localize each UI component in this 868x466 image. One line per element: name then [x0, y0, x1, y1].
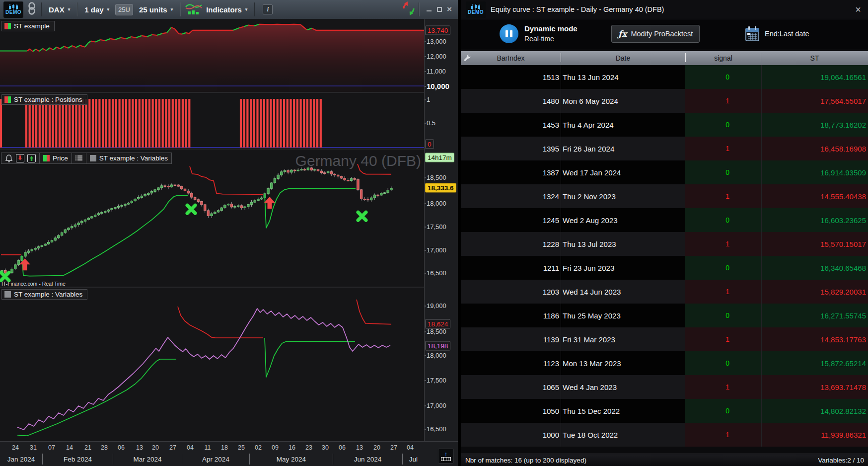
pause-button[interactable] [500, 24, 518, 43]
sell-order-icon[interactable] [16, 154, 24, 162]
equity-list-window: DEMO Equity curve : ST example - Daily -… [461, 0, 868, 466]
instrument-select[interactable]: DAX▾ [45, 5, 74, 14]
table-row[interactable]: 1324Thu 2 Nov 2023114,555.40438 [461, 184, 868, 208]
table-cell: Thu 2 Nov 2023 [561, 184, 685, 208]
demo-logo: DEMO [466, 1, 486, 18]
table-cell: 1 [685, 423, 761, 447]
axis-label: 18,500 [427, 328, 446, 335]
table-cell: 1000 [461, 423, 561, 447]
axis-label: 13,740 [425, 26, 450, 35]
mode-subtitle: Real-time [524, 35, 554, 43]
wrench-icon[interactable] [463, 54, 472, 64]
table-row[interactable]: 1211Fri 23 Jun 2023016,340.65468 [461, 256, 868, 280]
table-cell: 16,603.23625 [761, 208, 868, 232]
price-settings-list[interactable] [72, 153, 86, 164]
table-cell: 0 [685, 65, 761, 89]
positions-panel-label[interactable]: ST example : Positions [1, 94, 87, 105]
table-row[interactable]: 1065Wed 4 Jan 2023113,693.71478 [461, 375, 868, 399]
table-row[interactable]: 1228Thu 13 Jul 2023115,570.15017 [461, 232, 868, 256]
day-tick-label: 25 [238, 444, 245, 451]
axis-label: 18,333.6 [425, 183, 456, 193]
mode-title: Dynamic mode [524, 24, 578, 33]
table-cell: 1211 [461, 256, 561, 280]
chart-plot-area[interactable] [0, 19, 424, 441]
table-cell: 11,939.86321 [761, 423, 868, 447]
chart-window: DEMO DAX▾ 1 day▾ 25U 25 units▾ [0, 0, 458, 466]
day-tick-label: 16 [289, 444, 295, 451]
maximize-button[interactable] [436, 6, 442, 12]
table-row[interactable]: 1000Tue 18 Oct 2022111,939.86321 [461, 423, 868, 447]
order-entry-icon[interactable]: ↑ [438, 449, 454, 464]
table-row[interactable]: 1480Mon 6 May 2024117,564.55017 [461, 89, 868, 113]
table-cell: Thu 13 Jul 2023 [561, 232, 685, 256]
table-header: BarIndex Date signal ST [461, 51, 868, 65]
price-panel-label[interactable]: Price [39, 153, 72, 164]
table-cell: 1203 [461, 280, 561, 304]
table-row[interactable]: 1513Thu 13 Jun 2024019,064.16561 [461, 65, 868, 89]
table-row[interactable]: 1139Fri 31 Mar 2023114,853.17763 [461, 327, 868, 351]
units-select[interactable]: 25 units▾ [135, 5, 177, 14]
table-cell: Thu 25 May 2023 [561, 304, 685, 327]
table-cell: Tue 18 Oct 2022 [561, 423, 685, 447]
link-instruments-icon[interactable] [27, 2, 36, 17]
table-row[interactable]: 1123Mon 13 Mar 2023015,872.65214 [461, 351, 868, 375]
column-header-barindex[interactable]: BarIndex [461, 54, 561, 62]
day-tick-label: 14 [66, 444, 73, 451]
table-cell: 18,773.16202 [761, 113, 868, 137]
axis-label: 18,000 [427, 200, 446, 207]
table-cell: Fri 31 Mar 2023 [561, 327, 685, 351]
minimize-button[interactable] [426, 6, 432, 12]
day-tick-label: 09 [272, 444, 279, 451]
buy-order-icon[interactable] [27, 154, 36, 162]
time-axis[interactable]: 2431071421280613202704111825020916233006… [0, 441, 458, 466]
table-row[interactable]: 1387Wed 17 Jan 2024016,914.93509 [461, 160, 868, 184]
matches-count-label: Nbr of matches: 16 (up to 200 displayed) [465, 457, 586, 464]
indicators-menu[interactable]: Indicators▾ [202, 5, 251, 14]
timeframe-select[interactable]: 1 day▾ [80, 5, 113, 14]
axis-label: 17,000 [427, 402, 446, 409]
table-cell: Thu 15 Dec 2022 [561, 399, 685, 423]
table-cell: 1324 [461, 184, 561, 208]
calendar-icon[interactable] [745, 26, 760, 44]
alerts-group[interactable] [1, 153, 40, 164]
table-row[interactable]: 1245Wed 2 Aug 2023016,603.23625 [461, 208, 868, 232]
table-row[interactable]: 1453Thu 4 Apr 2024018,773.16202 [461, 113, 868, 137]
variables-count-label[interactable]: Variables:2 / 10 [818, 457, 864, 464]
axis-label: 14h17m [425, 153, 454, 162]
modify-probacktest-button[interactable]: ƒx Modify ProBacktest [611, 25, 700, 43]
table-row[interactable]: 1186Thu 25 May 2023016,271.55745 [461, 304, 868, 327]
column-header-signal[interactable]: signal [685, 54, 761, 62]
axis-label: 12,000 [427, 53, 446, 60]
table-cell: 1 [685, 375, 761, 399]
chevron-down-icon: ▾ [245, 7, 248, 12]
table-cell: 14,853.17763 [761, 327, 868, 351]
variables-panel-label[interactable]: ST example : Variables [1, 289, 87, 300]
month-label: May 2024 [249, 454, 333, 465]
day-tick-label: 20 [373, 444, 380, 451]
price-variables-label[interactable]: ST example : Variables [86, 153, 172, 164]
refresh-icon[interactable] [402, 1, 416, 17]
table-cell: 15,570.15017 [761, 232, 868, 256]
price-axis[interactable]: 13,74013,00012,00011,00010,00010.5018,50… [424, 19, 458, 441]
alarm-bell-icon[interactable] [5, 155, 13, 162]
table-cell: 0 [685, 208, 761, 232]
table-row[interactable]: 1203Wed 14 Jun 2023115,829.20031 [461, 280, 868, 304]
end-date-label[interactable]: End:Last date [765, 30, 809, 38]
table-cell: 1228 [461, 232, 561, 256]
day-tick-label: 13 [356, 444, 363, 451]
month-label: Jul [402, 454, 424, 465]
axis-label: 17,500 [427, 377, 446, 384]
close-icon[interactable]: × [855, 4, 861, 15]
info-icon[interactable]: i [263, 4, 273, 14]
indicator-swatch-icon [90, 155, 96, 161]
table-row[interactable]: 1050Thu 15 Dec 2022014,802.82132 [461, 399, 868, 423]
table-cell: Fri 26 Jan 2024 [561, 137, 685, 160]
units-count-badge[interactable]: 25U [115, 4, 133, 15]
table-cell: 0 [685, 160, 761, 184]
column-header-st[interactable]: ST [761, 54, 868, 62]
column-header-date[interactable]: Date [561, 54, 685, 62]
table-row[interactable]: 1395Fri 26 Jan 2024116,458.16908 [461, 137, 868, 160]
equity-panel-label[interactable]: ST example [1, 21, 55, 31]
table-cell: 16,271.55745 [761, 304, 868, 327]
close-button[interactable]: × [447, 6, 453, 12]
